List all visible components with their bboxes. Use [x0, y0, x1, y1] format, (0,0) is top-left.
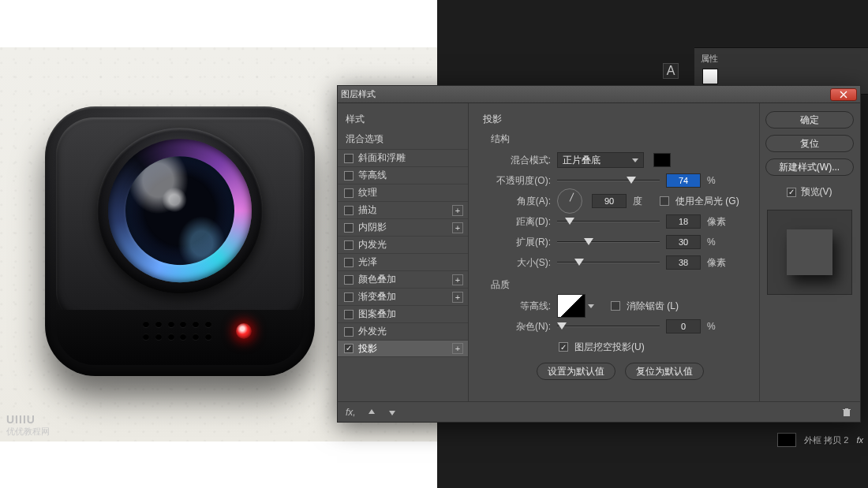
effect-row-dropShadow[interactable]: 投影+	[338, 340, 468, 357]
effect-row-texture[interactable]: 纹理	[338, 184, 468, 201]
global-light-checkbox[interactable]	[660, 196, 669, 206]
effect-label: 投影	[358, 342, 447, 356]
effect-label: 内发光	[358, 238, 463, 251]
distance-label: 距离(D):	[483, 215, 551, 229]
speaker-grille	[143, 321, 214, 341]
layer-name[interactable]: 外框 拷贝 2	[804, 434, 848, 446]
lens-highlight	[125, 156, 234, 265]
add-instance-button[interactable]: +	[452, 222, 463, 233]
effect-label: 斜面和浮雕	[358, 151, 463, 165]
close-icon	[840, 91, 847, 99]
character-panel-icon[interactable]: A	[663, 63, 679, 79]
effect-checkbox[interactable]	[344, 188, 354, 198]
effect-checkbox[interactable]	[344, 344, 354, 353]
fx-icon[interactable]: fx,	[346, 407, 356, 418]
arrow-up-icon[interactable]	[367, 408, 376, 417]
antialias-label: 消除锯齿 (L)	[627, 300, 679, 313]
layer-fx-badge[interactable]: fx	[856, 435, 863, 445]
size-value[interactable]: 38	[666, 255, 701, 270]
effect-label: 描边	[358, 203, 447, 217]
arrow-down-icon[interactable]	[387, 408, 397, 417]
watermark: UIIIU 优优教程网	[6, 413, 50, 437]
knockout-label: 图层挖空投影(U)	[574, 341, 645, 354]
close-button[interactable]	[830, 88, 857, 101]
global-light-label: 使用全局光 (G)	[675, 195, 739, 208]
effect-label: 颜色叠加	[358, 273, 447, 286]
effect-label: 光泽	[358, 255, 463, 269]
blend-mode-select[interactable]: 正片叠底	[557, 152, 644, 168]
noise-value[interactable]: 0	[666, 319, 701, 333]
antialias-checkbox[interactable]	[611, 301, 620, 311]
cancel-button[interactable]: 复位	[765, 135, 854, 152]
effect-row-satin[interactable]: 光泽	[338, 253, 468, 270]
effect-label: 渐变叠加	[358, 290, 447, 304]
angle-dial[interactable]	[557, 188, 582, 214]
new-style-button[interactable]: 新建样式(W)...	[765, 158, 854, 176]
record-led	[236, 323, 252, 339]
effect-checkbox[interactable]	[344, 154, 354, 163]
effect-checkbox[interactable]	[344, 292, 354, 302]
noise-label: 杂色(N):	[483, 320, 551, 333]
layer-thumb[interactable]	[777, 433, 796, 447]
angle-value[interactable]: 90	[592, 194, 627, 208]
dialog-right-column: 确定 复位 新建样式(W)... 预览(V)	[759, 103, 860, 401]
camera-base	[56, 310, 304, 365]
effect-row-patternOverlay[interactable]: 图案叠加	[338, 305, 468, 322]
effect-row-stroke[interactable]: 描边+	[338, 201, 468, 218]
effect-checkbox[interactable]	[344, 206, 354, 215]
contour-picker[interactable]	[557, 294, 586, 318]
effect-checkbox[interactable]	[344, 240, 354, 250]
trash-icon[interactable]	[841, 407, 852, 418]
knockout-checkbox[interactable]	[559, 342, 568, 352]
spread-label: 扩展(R):	[483, 236, 551, 249]
effect-row-colorOverlay[interactable]: 颜色叠加+	[338, 270, 468, 288]
add-instance-button[interactable]: +	[452, 205, 463, 216]
ok-button[interactable]: 确定	[765, 111, 854, 129]
spread-value[interactable]: 30	[666, 235, 701, 249]
spread-slider[interactable]	[557, 237, 660, 248]
swatch[interactable]	[702, 69, 718, 84]
effect-label: 外发光	[358, 325, 463, 338]
shadow-color[interactable]	[653, 153, 671, 167]
effect-checkbox[interactable]	[344, 223, 354, 233]
properties-label: 属性	[701, 53, 718, 65]
size-slider[interactable]	[557, 257, 660, 268]
blending-options[interactable]: 混合选项	[338, 129, 468, 149]
make-default-button[interactable]: 设置为默认值	[537, 363, 615, 380]
effect-checkbox[interactable]	[344, 258, 354, 267]
effect-row-contour[interactable]: 等高线	[338, 166, 468, 184]
effect-checkbox[interactable]	[344, 310, 354, 319]
preview-label: 预览(V)	[801, 185, 832, 199]
add-instance-button[interactable]: +	[452, 343, 463, 354]
camera-icon	[45, 106, 315, 376]
noise-slider[interactable]	[557, 321, 660, 332]
effect-label: 等高线	[358, 169, 463, 182]
effects-list: 样式 混合选项 斜面和浮雕等高线纹理描边+内阴影+内发光光泽颜色叠加+渐变叠加+…	[338, 103, 469, 401]
opacity-slider[interactable]	[557, 175, 660, 186]
opacity-value[interactable]: 74	[666, 173, 701, 188]
blend-mode-label: 混合模式:	[483, 154, 551, 167]
layer-style-dialog: 图层样式 样式 混合选项 斜面和浮雕等高线纹理描边+内阴影+内发光光泽颜色叠加+…	[337, 85, 861, 423]
effect-row-outerGlow[interactable]: 外发光	[338, 322, 468, 340]
styles-header[interactable]: 样式	[338, 110, 468, 129]
distance-slider[interactable]	[557, 216, 660, 227]
dialog-title: 图层样式	[341, 88, 376, 100]
add-instance-button[interactable]: +	[452, 292, 463, 303]
effect-checkbox[interactable]	[344, 275, 354, 285]
reset-default-button[interactable]: 复位为默认值	[625, 363, 704, 380]
dialog-titlebar[interactable]: 图层样式	[338, 86, 860, 103]
effect-row-innerShadow[interactable]: 内阴影+	[338, 218, 468, 236]
effect-checkbox[interactable]	[344, 171, 354, 181]
effect-label: 纹理	[358, 186, 463, 199]
preview-checkbox[interactable]	[787, 188, 796, 197]
dialog-footer: fx,	[338, 401, 860, 422]
add-instance-button[interactable]: +	[452, 274, 463, 285]
distance-value[interactable]: 18	[666, 214, 701, 229]
effect-row-bevel[interactable]: 斜面和浮雕	[338, 149, 468, 166]
effect-checkbox[interactable]	[344, 327, 354, 337]
lens-outer	[97, 128, 263, 293]
effect-row-innerGlow[interactable]: 内发光	[338, 236, 468, 253]
layer-footer: 外框 拷贝 2 fx	[777, 433, 863, 447]
effect-row-gradientOverlay[interactable]: 渐变叠加+	[338, 288, 468, 305]
angle-label: 角度(A):	[483, 195, 551, 208]
